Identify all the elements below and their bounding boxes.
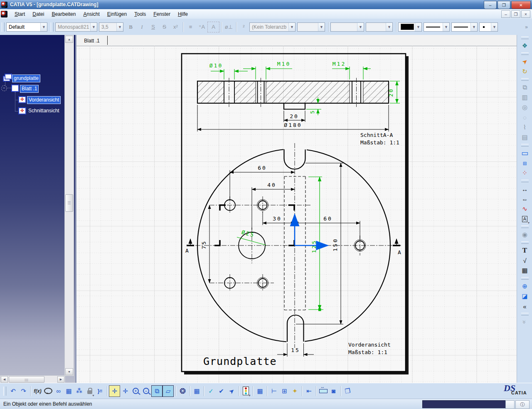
dim-thickness[interactable]: 20 (388, 88, 394, 97)
font-combo[interactable]: Monospac821 ▼ (55, 22, 97, 32)
new-view-icon[interactable]: ▭ (520, 148, 530, 158)
bold-button[interactable]: B (125, 22, 136, 32)
balloon-icon[interactable]: ◉ (520, 230, 530, 240)
tree-item-root[interactable]: grundplatte (12, 74, 40, 82)
section-view-icon[interactable]: ▥ (520, 92, 530, 102)
redo-icon[interactable]: ↷ (18, 386, 29, 397)
expander-icon[interactable]: − (1, 85, 7, 91)
dimension-check-icon[interactable]: ✓ (206, 386, 216, 397)
text-icon[interactable]: T (520, 245, 530, 255)
toolbar-grip[interactable] (521, 180, 529, 182)
capture-icon[interactable]: ◙ (328, 386, 339, 397)
create-clipping-icon[interactable]: ⊞ (279, 386, 290, 397)
chevron-down-icon[interactable]: ▼ (318, 23, 325, 31)
dim-75[interactable]: 75 (201, 240, 207, 249)
dim-60-top[interactable]: 60 (258, 165, 267, 171)
toolbar-grip[interactable] (521, 277, 529, 280)
line-type-combo[interactable]: ▼ (424, 22, 450, 32)
point-style-combo[interactable]: ▼ (479, 22, 498, 32)
tree-item-schnittansicht[interactable]: Schnittansicht (27, 107, 61, 114)
arrow-icon[interactable]: « (520, 301, 530, 311)
chevron-down-icon[interactable]: ▼ (470, 23, 477, 31)
minimize-button[interactable]: – (484, 1, 497, 9)
status-blank-button[interactable] (505, 400, 515, 409)
tolerance-value-combo[interactable]: ▼ (297, 22, 325, 32)
view-frame-icon[interactable]: ⧈ (520, 158, 530, 168)
scroll-left-icon[interactable]: ◀ (1, 376, 8, 383)
scrollbar-thumb[interactable]: ||| (65, 194, 73, 212)
pan-icon[interactable]: ✛ (120, 386, 131, 397)
equation-icon[interactable]: √ (520, 255, 530, 265)
dimension-system-button[interactable]: ² (238, 22, 249, 32)
info-icon[interactable]: ⓘ (515, 400, 530, 409)
tab-blatt1[interactable]: Blatt .1 (78, 36, 106, 46)
instantiate-2d-icon[interactable]: ⁘ (520, 168, 530, 178)
front-view-title[interactable]: Vorderansicht (348, 342, 391, 348)
underline-button[interactable]: S (148, 22, 159, 32)
dim-thread-m12[interactable]: M12 (332, 61, 346, 67)
sheet-icon[interactable] (11, 84, 19, 92)
graphic-style-combo[interactable]: Default ▼ (6, 22, 47, 32)
toolbar-grip[interactable] (521, 313, 529, 315)
low-light-icon[interactable]: ✦ (290, 386, 300, 397)
toolbar-grip[interactable] (521, 37, 529, 39)
chevron-down-icon[interactable]: ▼ (386, 23, 392, 31)
scrollbar-thumb[interactable]: ||| (9, 376, 44, 383)
fit-all-icon[interactable]: ✛ (109, 385, 120, 397)
detail-view-icon[interactable]: ◎ (520, 102, 530, 112)
lock-icon[interactable]: ▼ (84, 386, 95, 397)
area-fill-icon[interactable]: ◪ (520, 291, 530, 301)
dim-hole-diameter[interactable]: Ø10 (209, 62, 223, 69)
menu-einfuegen[interactable]: Einfügen (103, 10, 131, 18)
menu-start[interactable]: Start (11, 10, 29, 18)
tree-item-vorderansicht[interactable]: Vorderansicht (27, 96, 61, 104)
mdi-restore-button[interactable]: ❐ (511, 10, 520, 18)
toolbar-grip[interactable] (521, 78, 529, 81)
chevron-down-icon[interactable]: ▼ (415, 23, 421, 31)
menu-datei[interactable]: Datei (29, 10, 48, 18)
dim-notch-depth[interactable]: 5 (309, 109, 315, 114)
chevron-down-icon[interactable]: ▼ (288, 23, 295, 31)
restore-button[interactable]: ❐ (498, 1, 510, 9)
chevron-down-icon[interactable]: ▼ (491, 23, 498, 31)
dim-30[interactable]: 30 (273, 216, 282, 222)
constraint-icon[interactable]: }= (95, 386, 105, 397)
scroll-up-icon[interactable]: ▲ (65, 36, 73, 43)
strikethrough-button[interactable]: S (159, 22, 170, 32)
color-combo[interactable]: ▼ (398, 22, 422, 32)
tolerance-dimension-icon[interactable]: ⇔ (520, 194, 530, 204)
create-interruption-icon[interactable]: ⊢ (269, 386, 279, 397)
menu-fenster[interactable]: Fenster (150, 10, 174, 18)
section-view-title[interactable]: SchnittA-A (360, 132, 393, 138)
toolbar-grip[interactable] (51, 22, 54, 32)
dim-outer-diameter[interactable]: Ø180 (284, 122, 302, 128)
grid-icon[interactable]: ▦ (192, 386, 202, 397)
design-table-icon[interactable]: ▦ (64, 386, 74, 397)
menu-tools[interactable]: Tools (131, 10, 150, 18)
formula-icon[interactable]: f(x) (32, 386, 43, 397)
italic-button[interactable]: I (136, 22, 148, 32)
dimension-handle[interactable] (318, 308, 321, 311)
text-frame-icon[interactable]: A▼ (520, 214, 530, 224)
insert-symbol-button[interactable]: ⁺A (196, 22, 207, 32)
tolerance-combo[interactable]: (Kein Toleranzb ▼ (249, 22, 296, 32)
scroll-right-icon[interactable]: ▶ (57, 376, 64, 383)
drawing-root-icon[interactable] (3, 72, 12, 82)
catalog-icon[interactable]: ❒ (342, 385, 354, 397)
axis-icon[interactable]: ⊕ (520, 281, 530, 291)
dim-60-right[interactable]: 60 (323, 216, 332, 222)
chevron-down-icon[interactable]: ▼ (40, 23, 47, 31)
filter-dimensions-icon[interactable]: ⇤ (304, 386, 314, 397)
menu-ansicht[interactable]: Ansicht (79, 10, 103, 18)
text-frame-button[interactable]: A (207, 22, 219, 32)
section-view-scale[interactable]: Maßstab: 1:1 (360, 139, 399, 146)
broken-view-icon[interactable]: ⌇ (520, 122, 530, 132)
menu-hilfe[interactable]: Hilfe (174, 10, 192, 18)
dim-125[interactable]: 125 (311, 240, 317, 253)
view-icon[interactable]: ✣ (18, 107, 26, 114)
toolbar-overflow-chevron[interactable]: » (520, 317, 530, 327)
precision-combo[interactable]: ▼ (366, 22, 393, 32)
table-icon[interactable]: ▦ (520, 265, 530, 275)
line-weight-combo[interactable]: ▼ (451, 22, 478, 32)
pan-rotate-icon[interactable]: ↻ (520, 67, 530, 77)
